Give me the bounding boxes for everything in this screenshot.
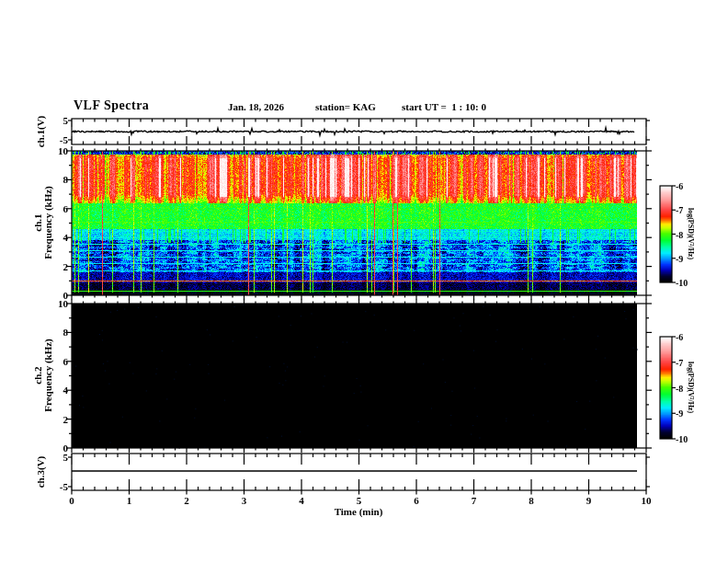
spec1-ytick-label: 2 (46, 261, 68, 272)
colorbar1-tick-label: -6 (676, 181, 683, 191)
xaxis-tick-label: 1 (116, 495, 143, 506)
plot-canvas (0, 0, 728, 563)
xaxis-tick-label: 8 (518, 495, 545, 506)
colorbar2-tick-label: -7 (676, 358, 683, 368)
ch3-wave-ytick-label: -5 (46, 481, 68, 492)
station-label: station= KAG (315, 101, 376, 112)
ch1-spec-ylabel: ch.1 Frequency (kHz) (33, 186, 53, 259)
ch1-wave-ylabel: ch.1(V) (36, 116, 46, 148)
colorbar1-tick-label: -9 (676, 254, 683, 264)
start-ut-label: start UT = 1 : 10: 0 (402, 101, 486, 112)
xaxis-tick-label: 6 (403, 495, 430, 506)
xaxis-tick-label: 7 (461, 495, 488, 506)
xaxis-tick-label: 2 (173, 495, 200, 506)
spec1-ytick-label: 6 (46, 203, 68, 214)
spec1-ytick-label: 8 (46, 174, 68, 185)
spec2-ytick-label: 10 (46, 298, 68, 309)
spec2-ytick-label: 6 (46, 356, 68, 367)
colorbar1-label: log(PSD)(V²/Hz) (687, 208, 694, 259)
ch1-wave-ytick-label: -5 (46, 134, 68, 145)
colorbar2-tick-label: -8 (676, 384, 683, 394)
ch2-spec-ylabel: ch.2 Frequency (kHz) (33, 339, 53, 412)
xaxis-tick-label: 9 (575, 495, 603, 506)
colorbar2-tick-label: -10 (676, 434, 688, 444)
colorbar1-tick-label: -8 (676, 230, 683, 240)
spec2-ytick-label: 2 (46, 414, 68, 425)
xaxis-tick-label: 0 (58, 495, 85, 506)
xaxis-tick-label: 4 (288, 495, 315, 506)
ch3-wave-ylabel: ch.3(V) (36, 456, 46, 488)
colorbar2-tick-label: -6 (676, 332, 683, 342)
page-title: VLF Spectra (74, 98, 149, 112)
xaxis-tick-label: 5 (346, 495, 373, 506)
xaxis-label: Time (min) (313, 506, 404, 517)
xaxis-tick-label: 10 (632, 495, 660, 506)
spec2-ytick-label: 4 (46, 385, 68, 396)
date-label: Jan. 18, 2026 (228, 101, 284, 112)
xaxis-tick-label: 3 (231, 495, 258, 506)
spec1-ytick-label: 10 (46, 145, 68, 156)
ch1-wave-ytick-label: 5 (46, 115, 68, 126)
ch3-wave-ytick-label: 5 (46, 452, 68, 463)
spec2-ytick-label: 8 (46, 327, 68, 338)
colorbar2-tick-label: -9 (676, 408, 683, 419)
vlf-spectra-figure: VLF Spectra Jan. 18, 2026 station= KAG s… (0, 0, 728, 563)
colorbar1-tick-label: -7 (676, 205, 683, 215)
colorbar1-tick-label: -10 (676, 278, 688, 288)
spec1-ytick-label: 4 (46, 232, 68, 243)
colorbar2-label: log(PSD)(V²/Hz) (687, 362, 694, 413)
